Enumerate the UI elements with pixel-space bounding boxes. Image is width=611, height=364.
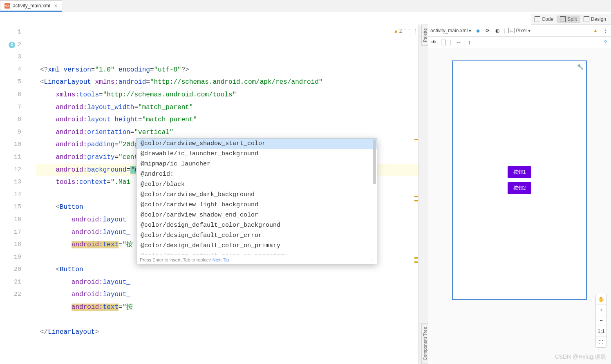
code-line[interactable]: <?xml version="1.0" encoding="utf-8"?> [36, 64, 419, 76]
designer-toolbar: activity_main.xml▾ ◆ ⟳ ◐ | ▭Pixel▾ ▲ ⋮ [428, 25, 611, 37]
view-design-button[interactable]: Design [580, 16, 609, 23]
designer-subtoolbar: 👁 | ↔ ↕ ? [428, 37, 611, 48]
class-marker-icon[interactable]: C [9, 42, 15, 48]
view-code-button[interactable]: Code [531, 16, 557, 23]
code-line[interactable]: android:layout_ [36, 276, 419, 289]
right-tool-rail: Palette Component Tree [419, 25, 428, 364]
help-icon[interactable]: ? [602, 39, 609, 46]
line-number-gutter: 1C2345678910111213141516171819202122 [0, 25, 25, 364]
code-line[interactable]: xmlns:tools="http://schemas.android.com/… [36, 89, 419, 101]
designer-menu-icon[interactable]: ⋮ [602, 27, 609, 34]
popup-scrollbar[interactable] [373, 139, 376, 184]
wrench-icon[interactable]: 🔧 [577, 64, 584, 70]
viewport-icon[interactable] [441, 40, 446, 45]
code-line[interactable] [36, 314, 419, 326]
split-icon [560, 16, 566, 22]
pan-button[interactable]: ✋ [596, 294, 607, 305]
theme-icon[interactable]: ◐ [494, 27, 501, 34]
expand-h-icon[interactable]: ↔ [455, 39, 462, 46]
popup-more-icon[interactable]: ⋮ [369, 257, 374, 262]
completion-item[interactable]: @color/cardview_dark_background [137, 190, 377, 200]
completion-item[interactable]: @color/design_default_color_on_primary [137, 241, 377, 251]
orientation-icon[interactable]: ⟳ [484, 27, 491, 34]
warning-icon: ▲ [394, 25, 397, 38]
editor-tab-bar: <> activity_main.xml × [0, 0, 611, 12]
warning-count: 2 [399, 25, 402, 38]
completion-item[interactable]: @color/cardview_shadow_end_color [137, 210, 377, 220]
file-tab-label: activity_main.xml [13, 3, 50, 9]
completion-item[interactable]: @android: [137, 169, 377, 179]
preview-button-1[interactable]: 按钮1 [508, 166, 532, 178]
completion-item[interactable]: @color/design_default_color_error [137, 230, 377, 241]
image-icon [584, 16, 589, 22]
designer-warning-icon[interactable]: ▲ [592, 27, 599, 34]
completion-item[interactable]: @drawable/ic_launcher_background [137, 149, 377, 159]
design-surface[interactable]: 🔧 按钮1 按钮2 ✋ + − 1:1 ⛶ [428, 48, 611, 364]
close-tab-icon[interactable]: × [54, 2, 57, 9]
completion-item[interactable]: @color/black [137, 179, 377, 190]
zoom-out-button[interactable]: − [596, 315, 607, 326]
code-editor[interactable]: 1C2345678910111213141516171819202122 ▲ 2… [0, 25, 419, 364]
xml-file-icon: <> [4, 3, 10, 9]
completion-item[interactable]: @color/cardview_light_background [137, 200, 377, 210]
layout-designer: activity_main.xml▾ ◆ ⟳ ◐ | ▭Pixel▾ ▲ ⋮ 👁… [428, 25, 611, 364]
lines-icon [535, 16, 540, 22]
next-highlight-icon[interactable]: ˇ [408, 25, 411, 38]
file-tab-activity-main[interactable]: <> activity_main.xml × [0, 0, 62, 12]
view-mode-switcher: Code Split Design [531, 14, 611, 25]
code-line[interactable]: android:orientation="vertical" [36, 126, 419, 139]
zoom-controls: ✋ + − 1:1 ⛶ [595, 294, 607, 348]
error-stripe[interactable] [414, 25, 418, 364]
prev-highlight-icon[interactable]: ˆ [404, 25, 407, 38]
code-line[interactable]: <Button [36, 264, 419, 276]
code-line[interactable]: android:layout_ [36, 288, 419, 301]
completion-item[interactable]: @color/design_default_color_background [137, 220, 377, 230]
device-dropdown[interactable]: ▭Pixel▾ [508, 28, 530, 33]
design-file-dropdown[interactable]: activity_main.xml▾ [430, 28, 471, 33]
layers-icon[interactable]: ◆ [474, 27, 481, 34]
zoom-in-button[interactable]: + [596, 305, 607, 315]
zoom-fit-button[interactable]: 1:1 [596, 326, 607, 337]
expand-v-icon[interactable]: ↕ [466, 39, 472, 46]
code-line[interactable]: android:text="按 [36, 301, 419, 314]
code-line[interactable]: android:layout_width="match_parent" [36, 101, 419, 114]
code-completion-popup[interactable]: @color/cardview_shadow_start_color@drawa… [136, 138, 377, 264]
next-tip-link[interactable]: Next Tip [213, 257, 229, 262]
visibility-icon[interactable]: 👁 [430, 39, 437, 46]
completion-hint: Press Enter to insert, Tab to replace Ne… [140, 257, 229, 262]
completion-item[interactable]: @mipmap/ic_launcher [137, 159, 377, 169]
preview-button-2[interactable]: 按钮2 [508, 182, 532, 194]
view-split-button[interactable]: Split [557, 16, 580, 23]
device-preview[interactable]: 🔧 按钮1 按钮2 [452, 60, 587, 300]
code-line[interactable]: android:layout_height="match_parent" [36, 114, 419, 126]
code-line[interactable]: </LinearLayout> [36, 326, 419, 339]
watermark-text: CSDN @Hxiug.虔晨 [555, 353, 606, 361]
completion-item[interactable]: @color/cardview_shadow_start_color [137, 138, 377, 149]
zoom-frame-button[interactable]: ⛶ [596, 337, 607, 347]
code-line[interactable]: <LinearLayout xmlns:android="http://sche… [36, 76, 419, 89]
